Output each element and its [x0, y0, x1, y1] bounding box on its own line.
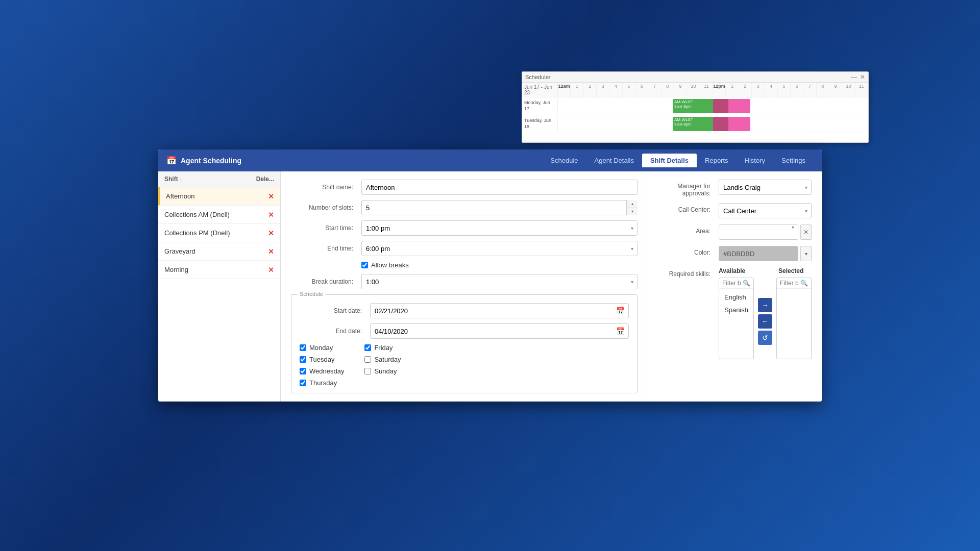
- area-select[interactable]: [719, 224, 798, 240]
- sidebar-item-graveyard[interactable]: Graveyard ✕: [158, 242, 280, 261]
- form-area: Shift name: Number of slots: ▴ ▾ Start t…: [281, 171, 648, 402]
- time-7: 7: [648, 83, 661, 97]
- tab-agent-details[interactable]: Agent Details: [586, 154, 642, 167]
- allow-breaks-label: Allow breaks: [371, 261, 409, 269]
- slots-increment[interactable]: ▴: [627, 200, 638, 208]
- color-dropdown-button[interactable]: ▾: [800, 246, 812, 261]
- end-time-select-wrapper: 6:00 pm ▾: [361, 241, 638, 256]
- shift-name-input[interactable]: [361, 180, 638, 195]
- time-6: 6: [635, 83, 648, 97]
- skill-item-english[interactable]: English: [719, 291, 753, 304]
- time-10: 10: [687, 83, 700, 97]
- time-8pm: 8: [817, 83, 829, 97]
- delete-graveyard-button[interactable]: ✕: [268, 248, 274, 255]
- time-7pm: 7: [803, 83, 816, 97]
- sidebar-item-collections-am[interactable]: Collections AM (Dnell) ✕: [158, 206, 280, 224]
- skill-item-spanish[interactable]: Spanish: [719, 304, 753, 316]
- wednesday-checkbox[interactable]: [300, 368, 306, 374]
- days-grid: Monday Tuesday Wednesday Thursday: [300, 344, 629, 387]
- reset-skills-button[interactable]: ↺: [758, 331, 772, 345]
- slots-decrement[interactable]: ▾: [627, 208, 638, 216]
- bg-window-close[interactable]: ✕: [860, 73, 865, 81]
- move-to-selected-button[interactable]: →: [758, 298, 772, 312]
- selected-filter-input[interactable]: [780, 280, 798, 287]
- move-to-available-button[interactable]: ←: [758, 314, 772, 329]
- area-row: Area: ▾ ✕: [658, 224, 812, 240]
- tab-reports[interactable]: Reports: [697, 154, 737, 167]
- delete-morning-button[interactable]: ✕: [268, 266, 274, 273]
- scheduler-row-monday-label: Monday, Jun 17: [522, 99, 558, 113]
- day-wednesday: Wednesday: [300, 367, 344, 375]
- end-date-label: End date:: [300, 328, 366, 335]
- bg-window-titlebar: Scheduler — ✕: [522, 72, 868, 83]
- start-date-calendar-icon[interactable]: 📅: [616, 307, 625, 315]
- area-clear-button[interactable]: ✕: [800, 224, 812, 240]
- available-column-label: Available: [719, 267, 752, 274]
- time-3: 3: [597, 83, 609, 97]
- thursday-label: Thursday: [309, 379, 337, 387]
- delete-collections-pm-button[interactable]: ✕: [268, 230, 274, 237]
- color-row: Color: #BDBDBD ▾: [658, 246, 812, 261]
- sidebar-item-collections-pm[interactable]: Collections PM (Dnell) ✕: [158, 224, 280, 242]
- available-filter-search-icon: 🔍: [743, 280, 750, 287]
- friday-checkbox[interactable]: [364, 344, 371, 351]
- call-center-label: Call Center:: [658, 203, 715, 213]
- break-duration-label: Break duration:: [291, 278, 357, 285]
- days-col-right: Friday Saturday Sunday: [364, 344, 401, 387]
- app-title: Agent Scheduling: [181, 157, 241, 165]
- time-4pm: 4: [765, 83, 777, 97]
- bg-window-controls: — ✕: [851, 73, 865, 81]
- monday-checkbox[interactable]: [300, 344, 306, 351]
- time-9pm: 9: [829, 83, 842, 97]
- schedule-legend: Schedule: [298, 291, 325, 297]
- end-time-select[interactable]: 6:00 pm: [361, 241, 638, 256]
- manager-select[interactable]: Landis Craig: [719, 180, 812, 195]
- delete-afternoon-button[interactable]: ✕: [268, 193, 274, 200]
- time-4: 4: [609, 83, 622, 97]
- end-date-calendar-icon[interactable]: 📅: [616, 327, 625, 335]
- slots-label: Number of slots:: [291, 204, 357, 211]
- titlebar-left: 📅 Agent Scheduling: [166, 156, 241, 165]
- selected-skills-filter: 🔍: [777, 278, 811, 289]
- slots-input[interactable]: [361, 200, 638, 215]
- tab-schedule[interactable]: Schedule: [542, 154, 586, 167]
- tuesday-checkbox[interactable]: [300, 356, 306, 363]
- scheduler-time-cols: 12am 1 2 3 4 5 6 7 8 9 10 11 12pm 1 2 3 …: [558, 83, 868, 97]
- scheduler-row-tuesday-label: Tuesday, Jun 18: [522, 117, 558, 131]
- sidebar-item-collections-am-label: Collections AM (Dnell): [164, 211, 230, 218]
- sidebar-item-afternoon[interactable]: Afternoon ✕: [158, 187, 280, 206]
- time-12pm: 12pm: [713, 83, 726, 97]
- saturday-label: Saturday: [374, 356, 401, 363]
- start-date-row: Start date: 📅: [300, 303, 629, 318]
- end-date-input[interactable]: [370, 323, 629, 339]
- slots-row: Number of slots: ▴ ▾: [291, 200, 638, 215]
- call-center-select[interactable]: Call Center: [719, 203, 812, 218]
- thursday-checkbox[interactable]: [300, 380, 306, 386]
- selected-column-label: Selected: [778, 267, 812, 274]
- shift-block-monday-pink: [713, 99, 750, 113]
- sidebar-item-morning[interactable]: Morning ✕: [158, 261, 280, 279]
- tab-settings[interactable]: Settings: [773, 154, 814, 167]
- start-time-select[interactable]: 1:00 pm: [361, 220, 638, 236]
- saturday-checkbox[interactable]: [364, 356, 371, 363]
- break-duration-select[interactable]: 1:00: [361, 274, 638, 289]
- start-time-select-wrapper: 1:00 pm ▾: [361, 220, 638, 236]
- wednesday-label: Wednesday: [309, 367, 344, 375]
- area-label: Area:: [658, 224, 715, 235]
- sunday-checkbox[interactable]: [364, 368, 371, 374]
- time-5: 5: [623, 83, 635, 97]
- tab-history[interactable]: History: [737, 154, 773, 167]
- time-10pm: 10: [842, 83, 855, 97]
- bg-window-minimize[interactable]: —: [851, 73, 857, 81]
- color-display: #BDBDBD: [719, 246, 798, 261]
- available-filter-input[interactable]: [722, 280, 741, 287]
- start-date-input[interactable]: [370, 303, 629, 318]
- delete-collections-am-button[interactable]: ✕: [268, 211, 274, 218]
- available-skills-panel: 🔍 English Spanish: [719, 278, 754, 359]
- tab-shift-details[interactable]: Shift Details: [642, 154, 697, 167]
- time-5pm: 5: [778, 83, 791, 97]
- skills-label: Required skills:: [658, 267, 715, 278]
- app-icon: 📅: [166, 156, 177, 165]
- main-window: 📅 Agent Scheduling Schedule Agent Detail…: [158, 149, 822, 402]
- allow-breaks-checkbox[interactable]: [361, 262, 368, 268]
